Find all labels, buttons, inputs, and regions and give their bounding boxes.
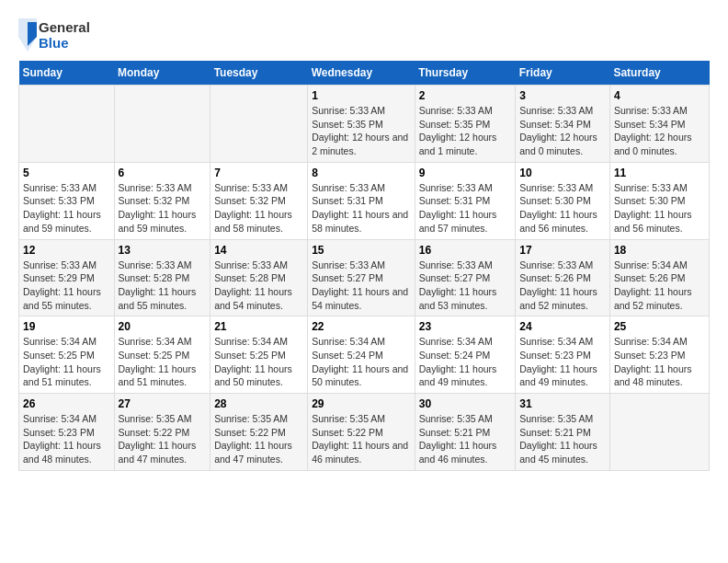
day-number: 7 (214, 167, 303, 179)
day-info: Sunrise: 5:33 AM Sunset: 5:30 PM Dayligh… (614, 181, 705, 236)
day-info: Sunrise: 5:33 AM Sunset: 5:35 PM Dayligh… (312, 104, 411, 158)
day-cell: 13Sunrise: 5:33 AM Sunset: 5:28 PM Dayli… (114, 239, 210, 316)
day-number: 26 (23, 397, 110, 410)
day-number: 4 (614, 89, 705, 102)
day-info: Sunrise: 5:35 AM Sunset: 5:21 PM Dayligh… (419, 412, 512, 466)
day-info: Sunrise: 5:33 AM Sunset: 5:32 PM Dayligh… (214, 181, 303, 236)
day-info: Sunrise: 5:33 AM Sunset: 5:26 PM Dayligh… (519, 259, 606, 313)
day-number: 31 (519, 397, 606, 410)
logo-shape (18, 18, 37, 52)
day-info: Sunrise: 5:34 AM Sunset: 5:25 PM Dayligh… (119, 335, 207, 389)
day-info: Sunrise: 5:35 AM Sunset: 5:22 PM Dayligh… (214, 412, 303, 466)
day-number: 5 (23, 167, 110, 179)
day-info: Sunrise: 5:34 AM Sunset: 5:23 PM Dayligh… (23, 412, 110, 466)
day-info: Sunrise: 5:33 AM Sunset: 5:27 PM Dayligh… (312, 259, 411, 313)
day-info: Sunrise: 5:33 AM Sunset: 5:30 PM Dayligh… (519, 181, 606, 236)
day-info: Sunrise: 5:33 AM Sunset: 5:31 PM Dayligh… (419, 181, 512, 236)
day-cell: 5Sunrise: 5:33 AM Sunset: 5:33 PM Daylig… (19, 162, 115, 239)
day-cell: 23Sunrise: 5:34 AM Sunset: 5:24 PM Dayli… (415, 316, 516, 394)
day-number: 27 (119, 397, 207, 410)
day-cell: 12Sunrise: 5:33 AM Sunset: 5:29 PM Dayli… (19, 239, 115, 316)
day-cell (609, 394, 709, 471)
day-info: Sunrise: 5:34 AM Sunset: 5:25 PM Dayligh… (214, 335, 303, 389)
logo-container: General Blue (18, 18, 90, 52)
day-number: 10 (519, 167, 606, 179)
day-cell: 20Sunrise: 5:34 AM Sunset: 5:25 PM Dayli… (114, 316, 210, 394)
day-number: 3 (519, 89, 606, 102)
day-cell: 4Sunrise: 5:33 AM Sunset: 5:34 PM Daylig… (609, 86, 709, 163)
day-cell: 28Sunrise: 5:35 AM Sunset: 5:22 PM Dayli… (210, 394, 308, 471)
day-number: 9 (419, 167, 512, 179)
day-cell: 30Sunrise: 5:35 AM Sunset: 5:21 PM Dayli… (415, 394, 516, 471)
day-info: Sunrise: 5:33 AM Sunset: 5:34 PM Dayligh… (519, 104, 606, 158)
day-number: 11 (614, 167, 705, 179)
logo-general: General (39, 19, 90, 35)
day-cell: 7Sunrise: 5:33 AM Sunset: 5:32 PM Daylig… (210, 162, 308, 239)
day-number: 16 (419, 244, 512, 257)
day-info: Sunrise: 5:34 AM Sunset: 5:24 PM Dayligh… (312, 335, 411, 389)
day-info: Sunrise: 5:33 AM Sunset: 5:33 PM Dayligh… (23, 181, 110, 236)
day-info: Sunrise: 5:35 AM Sunset: 5:21 PM Dayligh… (519, 412, 606, 466)
day-cell: 31Sunrise: 5:35 AM Sunset: 5:21 PM Dayli… (516, 394, 610, 471)
day-info: Sunrise: 5:33 AM Sunset: 5:29 PM Dayligh… (23, 259, 110, 313)
header-thursday: Thursday (415, 61, 516, 86)
day-number: 1 (312, 89, 411, 102)
day-cell: 10Sunrise: 5:33 AM Sunset: 5:30 PM Dayli… (516, 162, 610, 239)
day-number: 25 (614, 320, 705, 333)
header-tuesday: Tuesday (210, 61, 308, 86)
header-sunday: Sunday (19, 61, 115, 86)
day-number: 17 (519, 244, 606, 257)
day-cell: 16Sunrise: 5:33 AM Sunset: 5:27 PM Dayli… (415, 239, 516, 316)
day-info: Sunrise: 5:35 AM Sunset: 5:22 PM Dayligh… (312, 412, 411, 466)
day-info: Sunrise: 5:33 AM Sunset: 5:35 PM Dayligh… (419, 104, 512, 158)
day-cell: 9Sunrise: 5:33 AM Sunset: 5:31 PM Daylig… (415, 162, 516, 239)
day-cell: 2Sunrise: 5:33 AM Sunset: 5:35 PM Daylig… (415, 86, 516, 163)
week-row-0: 1Sunrise: 5:33 AM Sunset: 5:35 PM Daylig… (19, 86, 710, 163)
day-info: Sunrise: 5:34 AM Sunset: 5:23 PM Dayligh… (519, 335, 606, 389)
day-cell: 27Sunrise: 5:35 AM Sunset: 5:22 PM Dayli… (114, 394, 210, 471)
day-cell: 21Sunrise: 5:34 AM Sunset: 5:25 PM Dayli… (210, 316, 308, 394)
week-row-4: 26Sunrise: 5:34 AM Sunset: 5:23 PM Dayli… (19, 394, 710, 471)
logo-blue: Blue (39, 35, 90, 51)
day-info: Sunrise: 5:34 AM Sunset: 5:24 PM Dayligh… (419, 335, 512, 389)
day-number: 19 (23, 320, 110, 333)
day-info: Sunrise: 5:33 AM Sunset: 5:31 PM Dayligh… (312, 181, 411, 236)
day-number: 23 (419, 320, 512, 333)
day-cell (19, 86, 115, 163)
day-cell: 6Sunrise: 5:33 AM Sunset: 5:32 PM Daylig… (114, 162, 210, 239)
calendar-header-row: SundayMondayTuesdayWednesdayThursdayFrid… (19, 61, 710, 86)
day-info: Sunrise: 5:34 AM Sunset: 5:25 PM Dayligh… (23, 335, 110, 389)
day-cell: 26Sunrise: 5:34 AM Sunset: 5:23 PM Dayli… (19, 394, 115, 471)
day-cell: 15Sunrise: 5:33 AM Sunset: 5:27 PM Dayli… (308, 239, 415, 316)
day-number: 6 (119, 167, 207, 179)
header-friday: Friday (516, 61, 610, 86)
day-cell: 29Sunrise: 5:35 AM Sunset: 5:22 PM Dayli… (308, 394, 415, 471)
day-cell: 3Sunrise: 5:33 AM Sunset: 5:34 PM Daylig… (516, 86, 610, 163)
week-row-1: 5Sunrise: 5:33 AM Sunset: 5:33 PM Daylig… (19, 162, 710, 239)
day-info: Sunrise: 5:33 AM Sunset: 5:32 PM Dayligh… (119, 181, 207, 236)
day-cell: 14Sunrise: 5:33 AM Sunset: 5:28 PM Dayli… (210, 239, 308, 316)
day-info: Sunrise: 5:33 AM Sunset: 5:28 PM Dayligh… (214, 259, 303, 313)
day-number: 14 (214, 244, 303, 257)
day-number: 29 (312, 397, 411, 410)
week-row-3: 19Sunrise: 5:34 AM Sunset: 5:25 PM Dayli… (19, 316, 710, 394)
day-number: 20 (119, 320, 207, 333)
day-cell (210, 86, 308, 163)
day-info: Sunrise: 5:33 AM Sunset: 5:28 PM Dayligh… (119, 259, 207, 313)
header-monday: Monday (114, 61, 210, 86)
day-info: Sunrise: 5:33 AM Sunset: 5:34 PM Dayligh… (614, 104, 705, 158)
day-number: 8 (312, 167, 411, 179)
day-info: Sunrise: 5:35 AM Sunset: 5:22 PM Dayligh… (119, 412, 207, 466)
day-cell: 17Sunrise: 5:33 AM Sunset: 5:26 PM Dayli… (516, 239, 610, 316)
day-cell: 8Sunrise: 5:33 AM Sunset: 5:31 PM Daylig… (308, 162, 415, 239)
day-info: Sunrise: 5:34 AM Sunset: 5:23 PM Dayligh… (614, 335, 705, 389)
day-number: 28 (214, 397, 303, 410)
calendar-table: SundayMondayTuesdayWednesdayThursdayFrid… (18, 61, 710, 471)
day-cell (114, 86, 210, 163)
day-number: 2 (419, 89, 512, 102)
day-cell: 24Sunrise: 5:34 AM Sunset: 5:23 PM Dayli… (516, 316, 610, 394)
day-cell: 18Sunrise: 5:34 AM Sunset: 5:26 PM Dayli… (609, 239, 709, 316)
day-number: 13 (119, 244, 207, 257)
day-cell: 25Sunrise: 5:34 AM Sunset: 5:23 PM Dayli… (609, 316, 709, 394)
day-cell: 19Sunrise: 5:34 AM Sunset: 5:25 PM Dayli… (19, 316, 115, 394)
